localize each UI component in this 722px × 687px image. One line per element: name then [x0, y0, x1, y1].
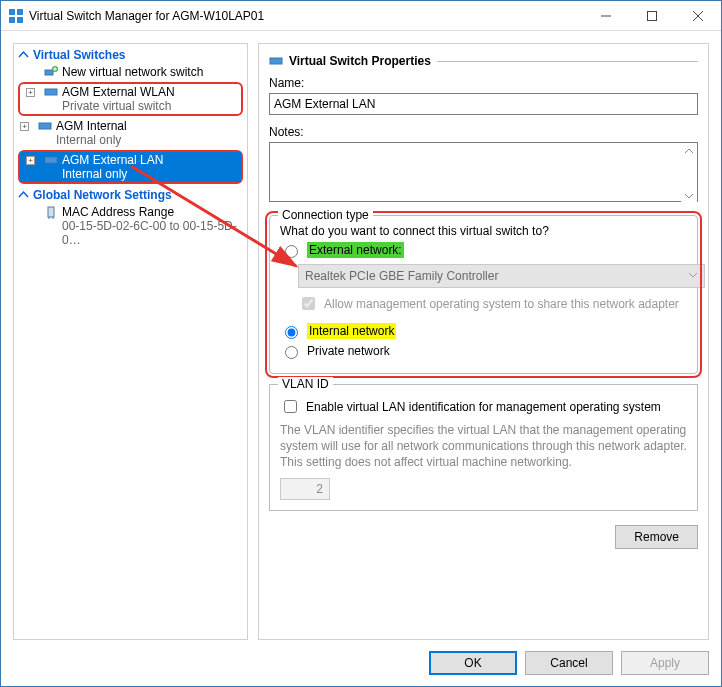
svg-rect-18	[270, 58, 282, 64]
radio-private-row[interactable]: Private network	[280, 343, 687, 359]
tree-item-label: MAC Address Range	[62, 205, 243, 219]
radio-internal-label[interactable]: Internal network	[307, 323, 396, 339]
collapse-icon	[18, 190, 29, 201]
close-button[interactable]	[675, 1, 721, 30]
radio-internal-row[interactable]: Internal network	[280, 323, 687, 339]
section-header: Virtual Switch Properties	[269, 54, 698, 68]
scroll-up-icon[interactable]	[681, 143, 697, 159]
dialog-footer: OK Cancel Apply	[1, 640, 721, 686]
tree-header-label: Global Network Settings	[33, 188, 172, 202]
allow-mgmt-checkbox	[302, 297, 315, 310]
svg-rect-8	[45, 70, 53, 75]
nic-icon	[44, 205, 58, 219]
tree-item-label: AGM Internal	[56, 119, 127, 133]
notes-label: Notes:	[269, 125, 698, 139]
svg-rect-2	[9, 17, 15, 23]
section-title-text: Virtual Switch Properties	[289, 54, 431, 68]
radio-internal[interactable]	[285, 326, 298, 339]
window-title: Virtual Switch Manager for AGM-W10LAP01	[29, 9, 583, 23]
window: Virtual Switch Manager for AGM-W10LAP01 …	[0, 0, 722, 687]
tree-header-global[interactable]: Global Network Settings	[14, 186, 247, 204]
adapter-selected: Realtek PCIe GBE Family Controller	[305, 269, 498, 283]
radio-private[interactable]	[285, 346, 298, 359]
radio-external-label[interactable]: External network:	[307, 242, 404, 258]
svg-rect-15	[48, 207, 54, 217]
connection-type-group: Connection type What do you want to conn…	[269, 215, 698, 374]
switch-icon	[269, 54, 283, 68]
tree-item-label: New virtual network switch	[62, 65, 203, 79]
tree-item-label: AGM External WLAN	[62, 85, 175, 99]
apply-button[interactable]: Apply	[621, 651, 709, 675]
group-title: VLAN ID	[278, 377, 333, 391]
name-label: Name:	[269, 76, 698, 90]
svg-rect-0	[9, 9, 15, 15]
radio-external-row[interactable]: External network:	[280, 242, 687, 258]
tree-item-external-lan[interactable]: + AGM External LAN Internal only	[20, 152, 241, 182]
properties-pane: Virtual Switch Properties Name: Notes: C…	[258, 43, 709, 640]
radio-private-label[interactable]: Private network	[307, 344, 390, 358]
vlan-enable-row[interactable]: Enable virtual LAN identification for ma…	[280, 397, 687, 416]
svg-rect-12	[45, 89, 57, 95]
cancel-button[interactable]: Cancel	[525, 651, 613, 675]
collapse-icon	[18, 50, 29, 61]
tree-item-mac-range[interactable]: MAC Address Range 00-15-5D-02-6C-00 to 0…	[14, 204, 247, 248]
switch-add-icon	[44, 65, 58, 79]
tree-item-label: AGM External LAN	[62, 153, 163, 167]
group-title: Connection type	[278, 208, 373, 222]
tree-item-sub: Private virtual switch	[62, 99, 175, 113]
tree-item-sub: 00-15-5D-02-6C-00 to 00-15-5D-0…	[62, 219, 243, 247]
switch-icon	[38, 119, 52, 133]
svg-rect-13	[39, 123, 51, 129]
svg-rect-1	[17, 9, 23, 15]
expand-icon[interactable]: +	[20, 122, 29, 131]
allow-mgmt-label: Allow management operating system to sha…	[324, 297, 679, 311]
vlan-group: VLAN ID Enable virtual LAN identificatio…	[269, 384, 698, 511]
tree-item-sub: Internal only	[56, 133, 127, 147]
tree-item-external-wlan[interactable]: + AGM External WLAN Private virtual swit…	[18, 82, 243, 116]
titlebar: Virtual Switch Manager for AGM-W10LAP01	[1, 1, 721, 31]
radio-external[interactable]	[285, 245, 298, 258]
app-icon	[9, 9, 23, 23]
connection-question: What do you want to connect this virtual…	[280, 224, 687, 238]
scroll-down-icon[interactable]	[681, 188, 697, 204]
name-input[interactable]	[269, 93, 698, 115]
vlan-description: The VLAN identifier specifies the virtua…	[280, 422, 687, 470]
remove-button[interactable]: Remove	[615, 525, 698, 549]
svg-rect-3	[17, 17, 23, 23]
adapter-select: Realtek PCIe GBE Family Controller	[298, 264, 705, 288]
allow-mgmt-row: Allow management operating system to sha…	[298, 294, 687, 313]
svg-rect-14	[45, 157, 57, 163]
dialog-body: Virtual Switches New virtual network swi…	[1, 31, 721, 640]
tree-item-new-switch[interactable]: New virtual network switch	[14, 64, 247, 80]
window-controls	[583, 1, 721, 30]
switch-icon	[44, 153, 58, 167]
maximize-button[interactable]	[629, 1, 675, 30]
minimize-button[interactable]	[583, 1, 629, 30]
svg-rect-5	[648, 11, 657, 20]
expand-icon[interactable]: +	[26, 156, 35, 165]
tree-header-label: Virtual Switches	[33, 48, 125, 62]
vlan-enable-label[interactable]: Enable virtual LAN identification for ma…	[306, 400, 661, 414]
expand-icon[interactable]: +	[26, 88, 35, 97]
vlan-enable-checkbox[interactable]	[284, 400, 297, 413]
tree-header-switches[interactable]: Virtual Switches	[14, 46, 247, 64]
switch-icon	[44, 85, 58, 99]
tree-item-sub: Internal only	[62, 167, 163, 181]
notes-input[interactable]	[269, 142, 698, 202]
vlan-id-input	[280, 478, 330, 500]
tree-item-internal[interactable]: + AGM Internal Internal only	[14, 118, 247, 148]
ok-button[interactable]: OK	[429, 651, 517, 675]
tree-pane: Virtual Switches New virtual network swi…	[13, 43, 248, 640]
chevron-down-icon	[688, 269, 698, 283]
